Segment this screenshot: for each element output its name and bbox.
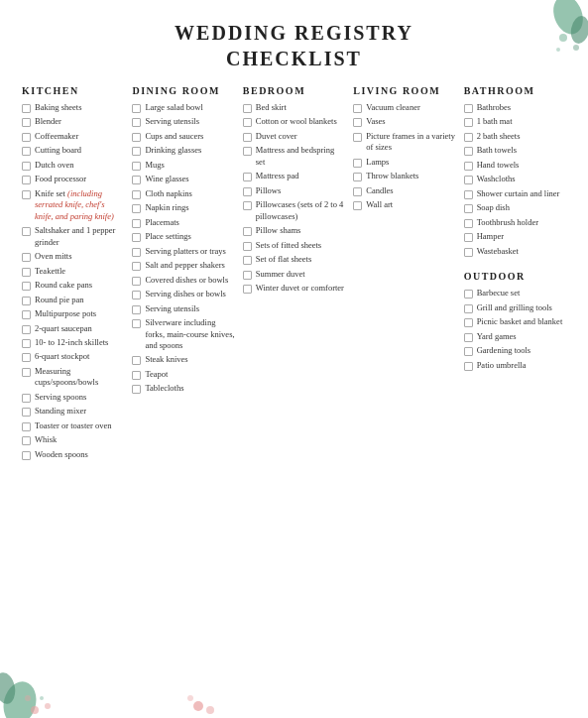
checkbox[interactable] bbox=[132, 147, 141, 156]
checkbox[interactable] bbox=[132, 133, 141, 142]
checkbox[interactable] bbox=[243, 173, 252, 181]
checkbox[interactable] bbox=[22, 104, 31, 113]
checkbox[interactable] bbox=[464, 147, 473, 156]
checkbox[interactable] bbox=[464, 176, 473, 184]
checkbox[interactable] bbox=[353, 173, 362, 181]
list-item: Baking sheets bbox=[22, 102, 124, 113]
list-item: Measuring cups/spoons/bowls bbox=[22, 366, 124, 389]
checkbox[interactable] bbox=[464, 233, 473, 242]
list-item: Oven mitts bbox=[22, 251, 124, 262]
checkbox[interactable] bbox=[353, 118, 362, 127]
checkbox[interactable] bbox=[464, 290, 473, 299]
checkbox[interactable] bbox=[464, 133, 473, 142]
checkbox[interactable] bbox=[464, 162, 473, 171]
checkbox[interactable] bbox=[464, 304, 473, 313]
checkbox[interactable] bbox=[22, 190, 31, 199]
checkbox[interactable] bbox=[464, 104, 473, 113]
checkbox[interactable] bbox=[132, 190, 141, 199]
checkbox[interactable] bbox=[22, 133, 31, 142]
list-item: Sets of fitted sheets bbox=[243, 240, 345, 251]
checkbox[interactable] bbox=[243, 147, 252, 156]
checkbox[interactable] bbox=[243, 187, 252, 196]
list-item: Cutting board bbox=[22, 145, 124, 156]
col-living: LIVING ROOM Vacuum cleaner Vases Picture… bbox=[349, 85, 459, 214]
checkbox[interactable] bbox=[132, 356, 141, 365]
checkbox[interactable] bbox=[22, 162, 31, 171]
checkbox[interactable] bbox=[22, 325, 31, 334]
checkbox[interactable] bbox=[22, 408, 31, 417]
checkbox[interactable] bbox=[22, 147, 31, 156]
checkbox[interactable] bbox=[132, 118, 141, 127]
checkbox[interactable] bbox=[132, 248, 141, 257]
checkbox[interactable] bbox=[22, 368, 31, 377]
checkbox[interactable] bbox=[243, 227, 252, 236]
checkbox[interactable] bbox=[22, 268, 31, 277]
checkbox[interactable] bbox=[22, 297, 31, 305]
checkbox[interactable] bbox=[353, 104, 362, 113]
checkbox[interactable] bbox=[464, 118, 473, 127]
checkbox[interactable] bbox=[22, 353, 31, 362]
checkbox[interactable] bbox=[353, 187, 362, 196]
list-item: Cotton or wool blankets bbox=[243, 116, 345, 127]
checkbox[interactable] bbox=[22, 310, 31, 319]
checkbox[interactable] bbox=[243, 285, 252, 294]
list-item: Wooden spoons bbox=[22, 449, 124, 460]
checkbox[interactable] bbox=[132, 262, 141, 271]
checkbox[interactable] bbox=[22, 118, 31, 127]
checkbox[interactable] bbox=[132, 277, 141, 286]
checkbox[interactable] bbox=[243, 118, 252, 127]
checkbox[interactable] bbox=[464, 347, 473, 356]
list-item: Soap dish bbox=[464, 202, 566, 213]
col-bathroom: BATHROOM Bathrobes 1 bath mat 2 bath she… bbox=[460, 85, 570, 374]
checkbox[interactable] bbox=[353, 201, 362, 210]
checkbox[interactable] bbox=[132, 219, 141, 228]
checkbox[interactable] bbox=[353, 133, 362, 142]
checkbox[interactable] bbox=[464, 318, 473, 327]
list-item: Standing mixer bbox=[22, 406, 124, 417]
checkbox[interactable] bbox=[22, 451, 31, 460]
checkbox[interactable] bbox=[22, 282, 31, 291]
checkbox[interactable] bbox=[22, 339, 31, 348]
checkbox[interactable] bbox=[22, 227, 31, 236]
checkbox[interactable] bbox=[132, 233, 141, 242]
checkbox[interactable] bbox=[243, 201, 252, 210]
checkbox[interactable] bbox=[132, 371, 141, 380]
checkbox[interactable] bbox=[132, 291, 141, 299]
checkbox[interactable] bbox=[464, 248, 473, 257]
checkbox[interactable] bbox=[464, 219, 473, 228]
checkbox[interactable] bbox=[132, 385, 141, 394]
list-item: Coffeemaker bbox=[22, 131, 124, 142]
checkbox[interactable] bbox=[22, 176, 31, 184]
checkbox[interactable] bbox=[132, 162, 141, 171]
list-item: Bath towels bbox=[464, 145, 566, 156]
checkbox[interactable] bbox=[22, 253, 31, 262]
list-item: Throw blankets bbox=[353, 171, 455, 181]
list-item: Pillowcases (sets of 2 to 4 pillowcases) bbox=[243, 199, 345, 222]
checkbox[interactable] bbox=[132, 319, 141, 328]
checkbox[interactable] bbox=[353, 159, 362, 168]
svg-point-9 bbox=[25, 695, 31, 701]
list-item: Placemats bbox=[132, 217, 234, 228]
checkbox[interactable] bbox=[243, 256, 252, 265]
checkbox[interactable] bbox=[132, 176, 141, 184]
checkbox[interactable] bbox=[22, 394, 31, 403]
list-item: 1 bath mat bbox=[464, 116, 566, 127]
checkbox[interactable] bbox=[243, 271, 252, 280]
checkbox[interactable] bbox=[132, 104, 141, 113]
list-item: Teakettle bbox=[22, 266, 124, 277]
heading-living: LIVING ROOM bbox=[353, 85, 455, 96]
checkbox[interactable] bbox=[464, 190, 473, 199]
checkbox[interactable] bbox=[464, 333, 473, 342]
checkbox[interactable] bbox=[243, 242, 252, 251]
list-item: Place settings bbox=[132, 231, 234, 242]
checkbox[interactable] bbox=[464, 362, 473, 371]
checkbox[interactable] bbox=[243, 104, 252, 113]
checkbox[interactable] bbox=[243, 133, 252, 142]
checkbox[interactable] bbox=[132, 305, 141, 314]
checkbox[interactable] bbox=[22, 436, 31, 445]
checkbox[interactable] bbox=[22, 422, 31, 431]
svg-point-12 bbox=[206, 706, 214, 714]
checkbox[interactable] bbox=[464, 204, 473, 213]
checkbox[interactable] bbox=[132, 204, 141, 213]
list-item: Toaster or toaster oven bbox=[22, 420, 124, 431]
